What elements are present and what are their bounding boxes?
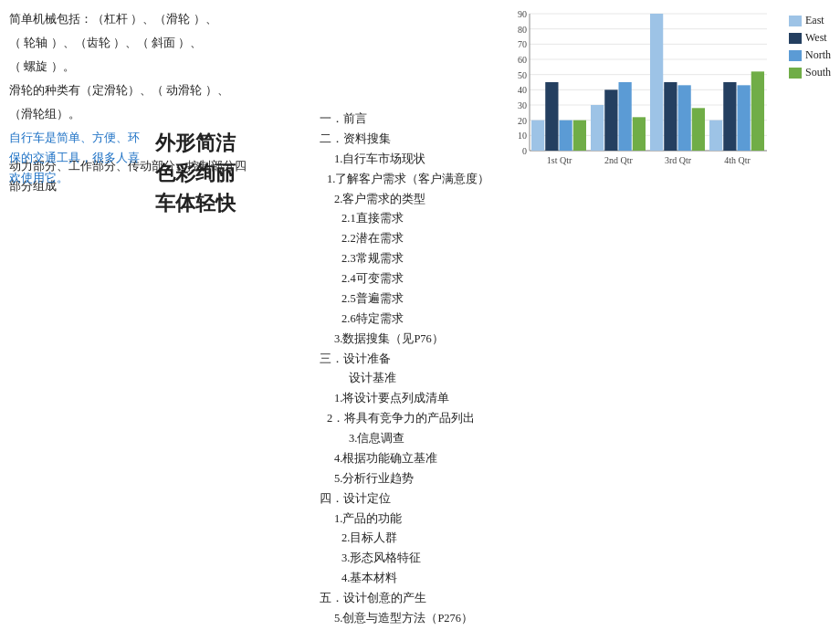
- svg-rect-25: [573, 121, 586, 151]
- toc-item: 2.1直接需求: [320, 209, 520, 229]
- big-text-box: 外形简洁 色彩绚丽 车体轻快: [155, 128, 301, 218]
- highlight-box: 自行车是简单、方便、环保的交通工具，很多人喜欢使用它。: [9, 128, 151, 188]
- legend-color-north: [789, 50, 802, 61]
- toc-item: 1.了解客户需求（客户满意度）: [320, 170, 520, 190]
- bar-chart: 01020304050607080901st Qtr2nd Qtr3rd Qtr…: [502, 5, 776, 183]
- legend-label-west: West: [805, 31, 827, 45]
- toc-item: 1.将设计要点列成清单: [320, 389, 520, 409]
- svg-rect-38: [723, 82, 736, 151]
- toc-item: 2.2潜在需求: [320, 229, 520, 249]
- svg-rect-30: [633, 117, 646, 151]
- svg-rect-39: [738, 85, 751, 151]
- toc-item: 3.形态风格特征: [320, 549, 520, 569]
- toc-item: 1.产品的功能: [320, 509, 520, 530]
- svg-text:0: 0: [522, 146, 527, 156]
- legend-item-west: West: [789, 31, 831, 45]
- toc-item: 1.自行车市场现状: [320, 150, 520, 170]
- svg-text:4th Qtr: 4th Qtr: [724, 155, 751, 165]
- svg-text:40: 40: [518, 85, 527, 95]
- intro-line4: 滑轮的种类有（定滑轮）、（ 动滑轮 ）、: [9, 80, 256, 100]
- intro-line3: （ 螺旋 ）。: [9, 57, 256, 77]
- toc-item: 五．设计创意的产生: [320, 589, 520, 609]
- legend-color-south: [789, 68, 802, 79]
- svg-rect-37: [709, 121, 722, 151]
- legend-item-south: South: [789, 66, 831, 79]
- toc-item: 2.目标人群: [320, 529, 520, 549]
- big-text-line2: 色彩绚丽: [155, 158, 301, 188]
- svg-text:3rd Qtr: 3rd Qtr: [665, 155, 692, 165]
- legend-label-east: East: [805, 14, 824, 27]
- svg-rect-27: [591, 105, 604, 151]
- toc-item: 一．前言: [320, 110, 520, 130]
- big-text-line3: 车体轻快: [155, 188, 301, 218]
- svg-text:90: 90: [518, 9, 527, 19]
- svg-text:2nd Qtr: 2nd Qtr: [604, 155, 634, 165]
- toc-item: 三．设计准备: [320, 350, 520, 370]
- toc-item: 2.4可变需求: [320, 269, 520, 289]
- toc-item: 4.根据功能确立基准: [320, 449, 520, 469]
- svg-rect-22: [531, 121, 544, 151]
- legend-color-west: [789, 33, 802, 44]
- svg-text:1st Qtr: 1st Qtr: [547, 155, 572, 165]
- intro-line5: （滑轮组）。: [9, 104, 256, 124]
- legend-color-east: [789, 16, 802, 26]
- svg-rect-34: [678, 85, 691, 151]
- svg-rect-28: [604, 89, 617, 151]
- svg-text:60: 60: [518, 55, 527, 65]
- legend-label-south: South: [805, 66, 831, 79]
- svg-rect-24: [560, 121, 572, 151]
- svg-text:80: 80: [518, 25, 527, 35]
- toc-item: 设计基准: [320, 369, 520, 389]
- toc-item: 2.3常规需求: [320, 249, 520, 269]
- big-text-line1: 外形简洁: [155, 128, 301, 158]
- svg-rect-35: [692, 108, 705, 151]
- highlight-text: 自行车是简单、方便、环保的交通工具，很多人喜欢使用它。: [9, 131, 140, 184]
- toc-item: 二．资料搜集: [320, 130, 520, 150]
- toc-item: 2.5普遍需求: [320, 289, 520, 310]
- toc-item: 2.6特定需求: [320, 310, 520, 330]
- toc-item: 3.信息调查: [320, 429, 520, 449]
- svg-text:50: 50: [518, 70, 527, 80]
- legend-item-east: East: [789, 14, 831, 27]
- svg-rect-32: [650, 14, 663, 151]
- svg-rect-33: [664, 82, 677, 151]
- svg-rect-29: [619, 82, 632, 151]
- intro-line2: （ 轮轴 ）、（齿轮 ）、（ 斜面 ）、: [9, 33, 256, 53]
- legend-label-north: North: [805, 48, 831, 62]
- svg-rect-23: [545, 82, 558, 151]
- chart-area: 01020304050607080901st Qtr2nd Qtr3rd Qtr…: [502, 5, 831, 187]
- toc-item: 2.客户需求的类型: [320, 190, 520, 210]
- intro-line1: 简单机械包括：（杠杆 ）、（滑轮 ）、: [9, 9, 256, 29]
- toc-area: 一．前言二．资料搜集1.自行车市场现状1.了解客户需求（客户满意度）2.客户需求…: [320, 110, 520, 630]
- big-text: 外形简洁 色彩绚丽 车体轻快: [155, 128, 301, 218]
- legend-item-north: North: [789, 48, 831, 62]
- svg-rect-40: [751, 71, 764, 151]
- chart-legend: EastWestNorthSouth: [789, 14, 831, 79]
- toc-item: 4.基本材料: [320, 569, 520, 589]
- toc-item: 5.创意与造型方法（P276）: [320, 609, 520, 629]
- svg-text:70: 70: [518, 39, 527, 49]
- toc-item: 5.分析行业趋势: [320, 469, 520, 489]
- toc-item: 2．将具有竞争力的产品列出: [320, 409, 520, 429]
- toc-item: 3.数据搜集（见P76）: [320, 330, 520, 350]
- toc-item: 四．设计定位: [320, 489, 520, 509]
